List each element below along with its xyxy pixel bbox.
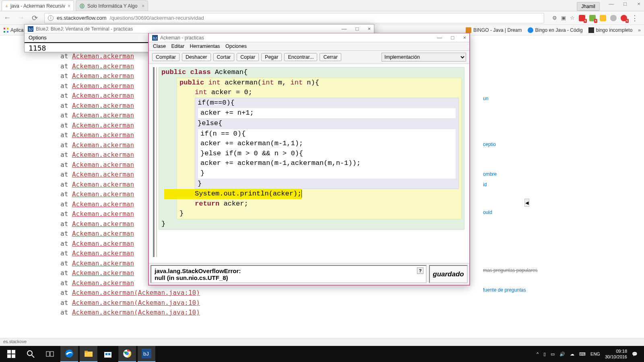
minimize-icon[interactable]: — xyxy=(609,1,614,7)
taskview-button[interactable] xyxy=(41,346,59,362)
star-icon[interactable]: ☆ xyxy=(570,15,575,21)
minimize-icon[interactable]: — xyxy=(342,26,347,32)
bookmark-item[interactable]: bingo incompleto xyxy=(588,27,633,33)
compile-button[interactable]: Compilar xyxy=(152,53,180,61)
sidebar-link[interactable]: ombre xyxy=(483,171,584,177)
menu-clase[interactable]: Clase xyxy=(153,43,166,49)
back-button[interactable]: ← xyxy=(3,14,11,22)
code-editor[interactable]: public class Ackeman{ public int ackerma… xyxy=(149,64,469,260)
svg-rect-12 xyxy=(7,350,11,354)
apps-button[interactable]: Aplica xyxy=(3,27,24,33)
chrome-status-bar: es.stackove xyxy=(0,338,644,346)
bookmark-item[interactable]: BINGO - Java | Dream xyxy=(466,27,522,33)
network-icon[interactable]: ▭ xyxy=(551,352,555,357)
minimize-icon[interactable]: — xyxy=(437,35,442,41)
reload-button[interactable]: ⟳ xyxy=(31,14,39,23)
chrome-tab-inactive[interactable]: Solo Informática Y Algo × xyxy=(76,0,148,11)
maximize-icon[interactable]: □ xyxy=(622,1,628,7)
ext-grey-icon[interactable] xyxy=(610,15,617,21)
sidebar-link[interactable]: un xyxy=(483,96,584,101)
svg-rect-25 xyxy=(108,353,110,355)
sidebar-link[interactable]: fuente de preguntas xyxy=(483,287,584,293)
so-sidebar: un ceptio ombre id ould mas preguntas po… xyxy=(483,96,584,302)
search-button[interactable] xyxy=(22,346,39,362)
paste-button[interactable]: Pegar xyxy=(261,53,282,61)
ext-yellow-icon[interactable] xyxy=(600,15,606,21)
bluej-icon: bJ xyxy=(28,26,33,32)
notifications-icon[interactable]: 💬 xyxy=(632,352,638,357)
explorer-button[interactable] xyxy=(80,346,97,362)
sidebar-link[interactable]: ceptio xyxy=(483,142,584,147)
editor-menubar: Clase Editar Herramientas Opciones xyxy=(149,42,469,51)
find-button[interactable]: Encontrar... xyxy=(284,53,317,61)
menu-herramientas[interactable]: Herramientas xyxy=(190,43,220,49)
copy-button[interactable]: Copiar xyxy=(237,53,259,61)
battery-icon[interactable]: ▯ xyxy=(543,352,546,357)
menu-opciones[interactable]: Opciones xyxy=(225,43,247,49)
edge-button[interactable] xyxy=(60,346,78,362)
svg-rect-14 xyxy=(7,354,11,358)
svg-point-16 xyxy=(27,351,32,356)
close-button[interactable]: Cerrar xyxy=(320,53,341,61)
svg-rect-2 xyxy=(6,5,7,6)
tab-title: Solo Informática Y Algo xyxy=(87,3,137,9)
svg-rect-0 xyxy=(6,6,8,7)
keyboard-icon[interactable]: ⌨ xyxy=(579,352,586,357)
undo-button[interactable]: Deshacer xyxy=(182,53,211,61)
clock[interactable]: 09:18 30/10/2016 xyxy=(605,348,627,360)
bluej-icon: bJ xyxy=(152,35,158,41)
maximize-icon[interactable]: □ xyxy=(451,35,454,41)
svg-rect-18 xyxy=(46,352,50,356)
svg-rect-19 xyxy=(50,352,54,356)
maximize-icon[interactable]: □ xyxy=(356,26,359,32)
globe-icon xyxy=(79,3,85,9)
address-bar[interactable]: i es.stackoverflow.com/questions/30690/a… xyxy=(44,13,544,23)
ext-red-icon[interactable]: 4 xyxy=(621,15,627,21)
chrome-button[interactable] xyxy=(118,346,136,362)
stackoverflow-icon xyxy=(5,3,8,9)
url-path: /questions/30690/ackerman-recursividad xyxy=(110,15,204,21)
menu-icon[interactable]: ⋮ xyxy=(631,14,638,23)
close-icon[interactable]: × xyxy=(463,35,466,41)
collapse-arrow-icon[interactable]: ◀ xyxy=(524,199,529,207)
onedrive-icon[interactable]: ☁ xyxy=(570,352,574,357)
forward-button[interactable]: → xyxy=(17,14,25,22)
cast-icon[interactable]: ▣ xyxy=(561,15,566,21)
svg-line-17 xyxy=(32,355,34,358)
error-help-button[interactable]: ? xyxy=(417,267,423,274)
cut-button[interactable]: Cortar xyxy=(213,53,235,61)
system-tray: ^ ▯ ▭ 🔊 ☁ ⌨ ENG 09:18 30/10/2016 💬 xyxy=(537,348,642,360)
menu-editar[interactable]: Editar xyxy=(171,43,184,49)
bluej-button[interactable]: bJ xyxy=(138,346,155,362)
chrome-tab-strip: java - Ackerman Recursiv × Solo Informát… xyxy=(0,0,644,11)
editor-title: Ackeman - practicas xyxy=(160,35,204,41)
close-tab-icon[interactable]: × xyxy=(68,3,70,9)
close-icon[interactable]: × xyxy=(367,26,371,32)
tray-chevron-icon[interactable]: ^ xyxy=(537,352,539,356)
chrome-user-button[interactable]: Jhamil xyxy=(577,2,600,11)
translate-icon[interactable]: ⚙ xyxy=(552,15,557,21)
start-button[interactable] xyxy=(2,346,20,362)
save-status: guardado xyxy=(429,265,468,283)
editor-titlebar[interactable]: bJ Ackeman - practicas — □ × xyxy=(149,33,469,42)
sidebar-link[interactable]: ould xyxy=(483,210,584,215)
window-controls: — □ × xyxy=(609,1,642,7)
ext-green-icon[interactable]: 4 xyxy=(589,15,596,21)
svg-rect-24 xyxy=(105,353,107,355)
store-button[interactable] xyxy=(99,346,117,362)
site-info-icon[interactable]: i xyxy=(48,15,54,21)
bookmark-item[interactable]: Bingo en Java - Códig xyxy=(528,27,583,33)
terminal-title: BlueJ: BlueJ: Ventana de Terminal - prac… xyxy=(36,26,133,32)
sidebar-link[interactable]: id xyxy=(483,182,584,187)
svg-rect-4 xyxy=(4,28,5,29)
bookmarks-overflow[interactable]: » xyxy=(638,27,641,33)
abp-icon[interactable]: 4 xyxy=(579,15,585,21)
view-select[interactable]: Implementación xyxy=(382,53,466,62)
close-icon[interactable]: × xyxy=(636,1,642,7)
volume-icon[interactable]: 🔊 xyxy=(559,352,565,357)
svg-rect-23 xyxy=(104,352,111,358)
chrome-tab-active[interactable]: java - Ackerman Recursiv × xyxy=(2,0,74,11)
language-indicator[interactable]: ENG xyxy=(590,352,600,356)
close-tab-icon[interactable]: × xyxy=(142,3,144,9)
terminal-titlebar[interactable]: bJ BlueJ: BlueJ: Ventana de Terminal - p… xyxy=(25,25,374,33)
